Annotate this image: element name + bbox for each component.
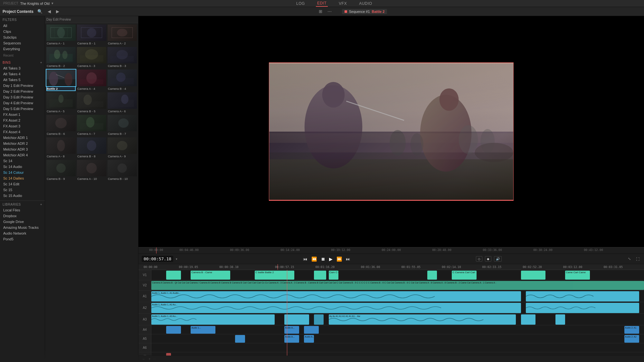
library-pond5[interactable]: Pond5 [0,236,45,242]
bin-sc15-audio[interactable]: Sc 15 Audio [0,193,45,199]
forward-button[interactable]: ▶ [55,8,61,14]
media-item-camera-b9[interactable]: Camera B - 9 [46,160,76,181]
play-button[interactable]: ▶ [328,256,333,262]
filter-all[interactable]: All [0,23,45,29]
clip-a2-main[interactable]: Audio 1, Audio 1, A2 Au... [151,303,521,313]
clip-a3-5[interactable] [521,314,536,325]
clip-a5-3[interactable]: Audio A... [304,335,314,343]
clip-v2-full[interactable]: Camera A Camera B - Qt Cal Cal Cal Camer… [151,281,644,290]
filter-everything[interactable]: Everything [0,46,45,52]
media-item-camera-b8[interactable]: Camera B - 8 [77,137,106,159]
media-item-camera-a2[interactable]: Camera A - 2 [108,24,137,46]
clip-v1-4[interactable] [314,271,326,280]
tab-audio[interactable]: AUDIO [358,1,374,6]
media-item-camera-b3[interactable]: Camera B - 3 [108,47,137,68]
media-item-camera-b1[interactable]: Camera B - 1 [77,24,106,46]
clip-v1-1[interactable] [166,271,181,280]
media-item-camera-a3[interactable]: Camera A - 3 [77,47,106,68]
clip-a1-main[interactable]: Audio 1, Audio 1, A1 Audio... [151,291,521,302]
go-to-start-button[interactable]: ⏮ [302,256,308,262]
filter-sequences[interactable]: Sequences [0,40,45,46]
library-dropbox[interactable]: Dropbox [0,213,45,219]
clip-a4-3[interactable]: Audio A... [284,326,299,334]
clip-a4-5[interactable]: Audio 2: A1 [624,326,639,334]
bin-alt-takes-3[interactable]: Alt Takes 3 [0,65,45,71]
bin-sc14-colour[interactable]: Sc 14 Colour [0,170,45,175]
add-bin-button[interactable]: + [40,61,42,64]
bin-day1[interactable]: Day 1 Edit Preview [0,83,45,88]
library-amazing[interactable]: Amazing Music Tracks [0,225,45,230]
timecode-dropdown[interactable]: ▾ [176,257,177,261]
clip-a3-2[interactable] [284,314,309,325]
clip-v1-8[interactable] [521,271,546,280]
filter-clips[interactable]: Clips [0,29,45,34]
filter-recent[interactable]: Recent [0,53,45,58]
media-item-camera-b5[interactable]: Camera B - 5 [77,92,106,114]
tab-vfx[interactable]: VFX [337,1,348,6]
fit-button[interactable]: ⤡ [627,256,632,262]
mark-in-button[interactable]: ◇ [476,256,482,262]
bin-day4[interactable]: Day 4 Edit Preview [0,100,45,106]
add-library-button[interactable]: + [40,203,42,206]
bin-day2[interactable]: Day 2 Edit Preview [0,88,45,94]
audio-button[interactable]: 🔊 [494,256,502,262]
bin-alt-takes-5[interactable]: Alt Takes 5 [0,77,45,83]
media-item-camera-a10[interactable]: Camera A - 10 [77,160,106,181]
media-item-camera-a7[interactable]: Camera A - 7 [77,115,106,136]
clip-v1-6[interactable] [427,271,437,280]
bin-sc15[interactable]: Sc 15 [0,187,45,193]
bin-fx1[interactable]: FX Asset 1 [0,112,45,117]
bin-adr4[interactable]: Melchior ADR 4 [0,152,45,158]
fullscreen-button[interactable]: ⛶ [635,256,641,262]
bin-sc14[interactable]: Sc 14 [0,158,45,164]
tab-edit[interactable]: EDIT [316,0,328,7]
tab-log[interactable]: LOG [295,1,306,6]
clip-a4-2[interactable]: Audio 1... [191,326,215,334]
library-local[interactable]: Local Files [0,207,45,213]
library-google[interactable]: Google Drive [0,219,45,225]
media-item-camera-a9[interactable]: Camera A - 9 [108,137,137,159]
go-to-end-button[interactable]: ⏭ [345,256,351,262]
media-item-camera-b10[interactable]: Camera B - 10 [108,160,137,181]
media-item-battle2[interactable]: Battle 2 [46,70,76,91]
bin-fx2[interactable]: FX Asset 2 [0,117,45,123]
clip-a3-3[interactable] [314,314,324,325]
bin-alt-takes-4[interactable]: Alt Takes 4 [0,71,45,77]
library-audio-network[interactable]: Audio Network [0,230,45,236]
clip-v1-7[interactable]: C Camera Carl Carl [452,271,477,280]
bin-adr1[interactable]: Melchior ADR 1 [0,135,45,141]
clip-a2-2[interactable] [526,303,639,313]
bin-adr2[interactable]: Melchior ADR 2 [0,141,45,146]
media-item-camera-b7[interactable]: Camera B - 7 [108,115,137,136]
bin-fx3[interactable]: FX Asset 3 [0,123,45,129]
clip-v1-2[interactable]: Camera B - Came [191,271,230,280]
media-item-camera-a1[interactable]: Camera A - 1 [46,24,76,46]
clip-a3-1[interactable]: Audio 1, Audio 1, A3 Au... [151,314,275,325]
stop-button[interactable]: ⏹ [320,256,326,262]
bin-adr3[interactable]: Melchior ADR 3 [0,146,45,152]
filter-subclips[interactable]: Subclips [0,34,45,40]
clip-a5-2[interactable]: Audio A... [284,335,299,343]
media-item-camera-b2[interactable]: Camera B - 2 [46,47,76,68]
bin-sc14-audio[interactable]: Sc 14 Audio [0,164,45,170]
bin-fx4[interactable]: FX Asset 4 [0,129,45,135]
back-button[interactable]: ◀ [46,8,52,14]
clip-a3-4[interactable]: Ay Au A1 A1 A1 A1 A1 A1... Aw [329,314,516,325]
step-back-button[interactable]: ⏪ [311,256,317,262]
clip-v1-3[interactable]: C battle Battle 2 [255,271,294,280]
clip-a1-2[interactable] [526,291,639,302]
media-item-camera-a8[interactable]: Camera A - 8 [46,137,76,159]
clip-a5-4[interactable]: Audio 2: A2 [624,335,639,343]
media-item-camera-b4[interactable]: Camera B - 4 [108,70,137,91]
clip-a4-4[interactable] [304,326,319,334]
media-item-camera-a4[interactable]: Camera A - 4 [77,70,106,91]
bin-sc14-edit[interactable]: Sc 14 Edit [0,181,45,187]
bin-day3[interactable]: Day 3 Edit Preview [0,94,45,100]
search-button[interactable]: 🔍 [36,8,44,14]
chevron-down-icon[interactable]: ▾ [52,1,53,5]
clip-ai-1[interactable] [166,353,171,356]
grid-view-button[interactable]: ⊞ [317,8,324,14]
clip-a5-1[interactable] [235,335,245,343]
media-item-camera-b6[interactable]: Camera B - 6 [46,115,76,136]
options-button[interactable]: ⋯ [326,8,333,14]
